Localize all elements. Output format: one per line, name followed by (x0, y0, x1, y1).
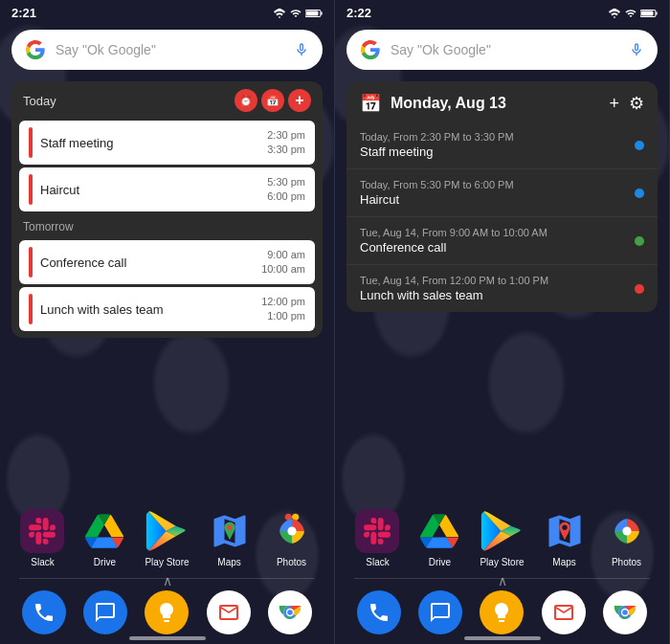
maps-label-left: Maps (217, 557, 240, 567)
event-end-conf: 10:00 am (261, 262, 305, 277)
calendar-button[interactable]: 📅 (261, 89, 284, 112)
app-slack-left[interactable]: Slack (20, 509, 64, 567)
mic-icon-left[interactable] (294, 40, 309, 59)
event-timerange-3: Tue, Aug 14, From 12:00 PM to 1:00 PM (360, 275, 627, 286)
event-staff-meeting[interactable]: Staff meeting 2:30 pm 3:30 pm (19, 121, 315, 165)
settings-btn-right[interactable]: ⚙ (629, 93, 644, 114)
event-name-1: Haircut (360, 192, 627, 207)
event-right-0[interactable]: Today, From 2:30 PM to 3:30 PM Staff mee… (346, 122, 658, 169)
event-time-lunch: 12:00 pm 1:00 pm (261, 295, 305, 324)
left-phone: 2:21 Say "Ok Google" Today ⏰ 📅 (0, 0, 335, 644)
event-dot-0 (635, 141, 644, 150)
event-timerange-1: Today, From 5:30 PM to 6:00 PM (360, 179, 627, 190)
chrome-app-left[interactable] (268, 590, 312, 634)
google-logo (25, 39, 46, 60)
search-placeholder-left[interactable]: Say "Ok Google" (56, 42, 284, 57)
status-time-right: 2:22 (346, 6, 371, 20)
mic-icon-right[interactable] (629, 40, 644, 59)
event-detail-1: Today, From 5:30 PM to 6:00 PM Haircut (360, 179, 627, 207)
event-name-conf: Conference call (40, 255, 254, 270)
dock-divider-left (19, 578, 315, 579)
playstore-icon-left (145, 509, 189, 553)
event-detail-3: Tue, Aug 14, From 12:00 PM to 1:00 PM Lu… (360, 275, 627, 302)
signal-icon (290, 8, 302, 19)
event-name-lunch: Lunch with sales team (40, 302, 254, 317)
add-event-button[interactable]: + (288, 89, 311, 112)
svg-rect-9 (656, 11, 657, 14)
svg-point-14 (622, 610, 628, 615)
event-timerange-0: Today, From 2:30 PM to 3:30 PM (360, 131, 627, 143)
event-right-1[interactable]: Today, From 5:30 PM to 6:00 PM Haircut (346, 169, 658, 217)
status-bar-right: 2:22 (335, 0, 669, 24)
phone-app-right[interactable] (357, 590, 401, 634)
search-bar-left[interactable]: Say "Ok Google" (11, 30, 323, 70)
app-maps-left[interactable]: Maps (208, 509, 252, 567)
event-lunch[interactable]: Lunch with sales team 12:00 pm 1:00 pm (19, 287, 315, 331)
status-icons-left (273, 8, 323, 19)
widget-date-right: Monday, Aug 13 (391, 95, 599, 112)
app-maps-right[interactable]: Maps (543, 509, 587, 567)
wifi-icon-right (608, 8, 621, 19)
dock-divider-right (354, 578, 650, 579)
app-playstore-left[interactable]: Play Store (145, 509, 189, 567)
app-drive-right[interactable]: Drive (417, 509, 461, 567)
drive-label-left: Drive (94, 557, 116, 567)
tomorrow-label: Tomorrow (11, 218, 323, 237)
event-name-haircut: Haircut (40, 183, 259, 197)
app-photos-left[interactable]: Photos (270, 509, 314, 567)
alarm-button[interactable]: ⏰ (234, 89, 257, 112)
messages-app-right[interactable] (418, 590, 462, 634)
event-haircut[interactable]: Haircut 5:30 pm 6:00 pm (19, 167, 315, 211)
app-playstore-right[interactable]: Play Store (480, 509, 524, 567)
event-end-haircut: 6:00 pm (267, 189, 305, 204)
search-placeholder-right[interactable]: Say "Ok Google" (391, 42, 619, 57)
event-start-haircut: 5:30 pm (267, 175, 305, 189)
event-right-3[interactable]: Tue, Aug 14, From 12:00 PM to 1:00 PM Lu… (346, 265, 658, 312)
messages-app-left[interactable] (83, 590, 127, 634)
event-indicator-lunch (29, 294, 33, 324)
today-events: Staff meeting 2:30 pm 3:30 pm Haircut 5:… (11, 121, 323, 218)
gmail-app-left[interactable] (207, 590, 251, 634)
app-dock-left: Slack Drive (0, 509, 334, 567)
tomorrow-events: Conference call 9:00 am 10:00 am Lunch w… (11, 240, 323, 338)
event-dot-3 (635, 284, 644, 294)
photos-label-left: Photos (277, 557, 306, 567)
add-event-btn-right[interactable]: + (609, 94, 619, 114)
calendar-widget-left: Today ⏰ 📅 + Staff meeting 2:30 pm 3:30 p… (11, 81, 323, 338)
home-indicator-left (129, 636, 206, 640)
bottom-dock-left (0, 590, 334, 634)
slack-icon-right (355, 509, 399, 553)
phone-app-left[interactable] (22, 590, 66, 634)
event-name-0: Staff meeting (360, 144, 627, 159)
today-label: Today (23, 94, 56, 108)
app-photos-right[interactable]: Photos (605, 509, 649, 567)
event-start-staff: 2:30 pm (267, 128, 305, 143)
bulb-app-right[interactable] (480, 590, 524, 634)
right-phone: 2:22 Say "Ok Google" 📅 Monday, Aug 13 + … (335, 0, 670, 644)
app-dock-right: Slack Drive (335, 509, 669, 567)
event-right-2[interactable]: Tue, Aug 14, From 9:00 AM to 10:00 AM Co… (346, 217, 658, 265)
app-drive-left[interactable]: Drive (82, 509, 126, 567)
slack-icon (20, 509, 64, 553)
event-start-lunch: 12:00 pm (261, 295, 305, 309)
status-icons-right (608, 8, 658, 19)
svg-rect-2 (306, 11, 318, 15)
event-time-staff: 2:30 pm 3:30 pm (267, 128, 305, 158)
playstore-label-left: Play Store (145, 557, 189, 567)
widget-actions: ⏰ 📅 + (234, 89, 311, 112)
svg-point-4 (287, 526, 296, 535)
svg-rect-1 (321, 11, 322, 14)
photos-label-right: Photos (612, 557, 641, 567)
bulb-app-left[interactable] (145, 590, 189, 634)
gmail-app-right[interactable] (542, 590, 586, 634)
app-slack-right[interactable]: Slack (355, 509, 399, 567)
chrome-app-right[interactable] (603, 590, 647, 634)
event-indicator (29, 127, 33, 158)
event-conference[interactable]: Conference call 9:00 am 10:00 am (19, 240, 315, 284)
event-detail-2: Tue, Aug 14, From 9:00 AM to 10:00 AM Co… (360, 227, 627, 255)
search-bar-right[interactable]: Say "Ok Google" (346, 30, 658, 70)
wifi-icon (273, 8, 286, 19)
signal-icon-right (625, 8, 636, 19)
event-indicator-haircut (29, 174, 33, 205)
maps-icon-right (543, 509, 587, 553)
